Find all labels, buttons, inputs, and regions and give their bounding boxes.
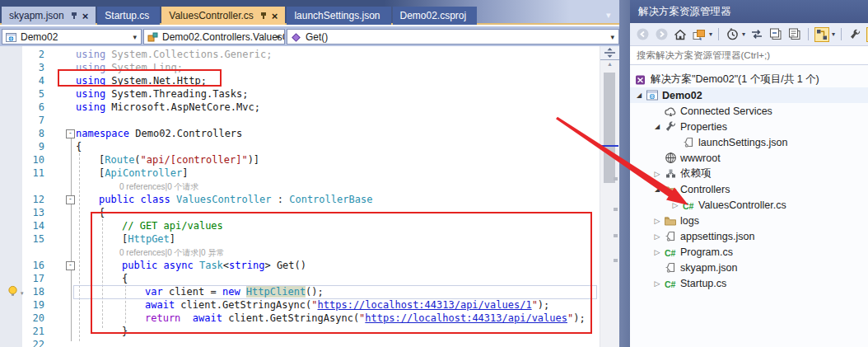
toolbar-separator bbox=[841, 28, 842, 40]
solution-icon bbox=[633, 73, 648, 87]
codelens-text[interactable]: 0 references|0 个请求 bbox=[119, 181, 199, 193]
fold-collapse-icon[interactable]: - bbox=[66, 261, 75, 270]
pin-icon[interactable] bbox=[71, 12, 78, 21]
pin-icon[interactable] bbox=[260, 12, 268, 21]
expander-icon[interactable]: ▷ bbox=[651, 232, 663, 241]
scrollbar-thumb[interactable] bbox=[604, 73, 615, 183]
collapse-all-icon[interactable] bbox=[768, 27, 783, 42]
chevron-down-icon: ▾ bbox=[610, 33, 614, 41]
code-token: Microsoft.AspNetCore.Mvc; bbox=[105, 101, 260, 113]
csharp-icon: C# bbox=[681, 199, 696, 212]
line-number: 17 bbox=[0, 272, 44, 285]
line-number: 12 bbox=[0, 193, 44, 206]
code-text: [Route("api/[controller]")] bbox=[99, 153, 259, 166]
back-icon[interactable] bbox=[635, 27, 650, 42]
code-line-8: 8-namespace Demo02.Controllers bbox=[0, 127, 600, 140]
tree-item-launchSettings.json[interactable]: launchSettings.json bbox=[630, 134, 868, 150]
tree-item-logs[interactable]: ▷logs bbox=[630, 213, 868, 228]
tree-item-label: appsettings.json bbox=[680, 231, 754, 242]
project-dropdown[interactable]: Demo02 ▾ bbox=[2, 29, 142, 45]
csharp-icon: C# bbox=[663, 277, 678, 290]
code-token: ValuesController bbox=[176, 194, 272, 205]
code-token: using bbox=[76, 101, 105, 113]
expander-icon[interactable]: ▷ bbox=[651, 217, 663, 225]
panel-splitter[interactable] bbox=[619, 0, 630, 347]
scroll-up-arrow-icon[interactable]: ▲ bbox=[600, 61, 619, 67]
tree-item-ValuesController.cs[interactable]: ▷C#ValuesController.cs bbox=[630, 197, 868, 213]
code-text: [ApiController] bbox=[99, 166, 188, 180]
expander-icon[interactable]: ◢ bbox=[651, 123, 663, 130]
show-all-files-icon[interactable] bbox=[787, 27, 802, 42]
expander-icon[interactable]: ▷ bbox=[651, 170, 663, 178]
code-token: ApiController bbox=[105, 167, 182, 179]
line-number: 19 bbox=[0, 298, 44, 312]
tree-item-wwwroot[interactable]: wwwroot bbox=[630, 150, 868, 166]
fold-collapse-icon[interactable]: - bbox=[66, 129, 75, 138]
sync-icon[interactable] bbox=[749, 27, 764, 42]
chevron-down-icon[interactable]: ▾ bbox=[832, 30, 835, 38]
visual-studio-window: skyapm.json×Startup.csValuesController.c… bbox=[0, 0, 868, 347]
deps-icon bbox=[663, 167, 678, 181]
tree-item-Demo02[interactable]: ◢Demo02 bbox=[630, 87, 868, 103]
expander-icon[interactable]: ▷ bbox=[651, 248, 663, 256]
tree-item-label: Connected Services bbox=[680, 106, 772, 117]
tab-skyapm.json[interactable]: skyapm.json× bbox=[2, 7, 96, 25]
tab-launchSettings.json[interactable]: launchSettings.json bbox=[287, 7, 390, 25]
tree-item-appsettings.json[interactable]: ▷appsettings.json bbox=[630, 228, 868, 244]
tree-item-Program.cs[interactable]: ▷C#Program.cs bbox=[630, 244, 868, 260]
method-icon bbox=[291, 32, 302, 42]
home-icon[interactable] bbox=[673, 27, 688, 42]
tree-item-依赖项[interactable]: ▷依赖项 bbox=[630, 166, 868, 181]
solution-explorer-search[interactable] bbox=[630, 46, 868, 65]
tree-item-Properties[interactable]: ◢Properties bbox=[630, 119, 868, 134]
tree-item-Controllers[interactable]: ◢Controllers bbox=[630, 181, 868, 197]
project-icon bbox=[645, 89, 660, 102]
lightbulb-icon[interactable]: ▾ bbox=[7, 285, 20, 300]
chevron-down-icon[interactable]: ▾ bbox=[742, 30, 745, 38]
expander-icon[interactable]: ◢ bbox=[651, 185, 663, 193]
solution-explorer-panel: 解决方案资源管理器 ▾ ▾ ▾ bbox=[630, 0, 868, 347]
line-number: 6 bbox=[0, 101, 44, 114]
switch-views-icon[interactable] bbox=[692, 27, 707, 42]
code-editor[interactable]: 2using System.Collections.Generic;3using… bbox=[0, 46, 619, 347]
tab-Startup.cs[interactable]: Startup.cs bbox=[97, 7, 160, 25]
tab-label: launchSettings.json bbox=[294, 10, 380, 21]
sync-with-active-document-icon[interactable] bbox=[814, 27, 829, 42]
expander-icon[interactable]: ▷ bbox=[651, 279, 663, 288]
folder-icon bbox=[663, 214, 678, 227]
expander-icon[interactable]: ◢ bbox=[633, 91, 645, 99]
chevron-down-icon: ▾ bbox=[133, 33, 137, 41]
tree-item-Startup.cs[interactable]: ▷C#Startup.cs bbox=[630, 275, 868, 291]
project-dropdown-label: Demo02 bbox=[21, 31, 141, 43]
solution-explorer-title: 解决方案资源管理器 bbox=[630, 0, 868, 23]
line-number: 14 bbox=[0, 219, 44, 232]
tree-item-label: Demo02 bbox=[662, 90, 702, 101]
tree-item-Connected Services[interactable]: Connected Services bbox=[630, 103, 868, 119]
expander-icon[interactable]: ▷ bbox=[670, 201, 681, 209]
split-window-handle[interactable] bbox=[600, 46, 619, 60]
close-icon[interactable]: × bbox=[272, 11, 278, 21]
tree-item-label: wwwroot bbox=[680, 152, 721, 164]
member-dropdown[interactable]: Get() ▾ bbox=[287, 29, 619, 45]
tree-item-skyapm.json[interactable]: skyapm.json bbox=[630, 260, 868, 275]
properties-wrench-icon[interactable] bbox=[847, 27, 862, 42]
code-line-10: 10[Route("api/[controller]")] bbox=[0, 153, 600, 166]
search-input[interactable] bbox=[630, 46, 868, 64]
tab-Demo02.csproj[interactable]: Demo02.csproj bbox=[393, 7, 478, 25]
code-text: using System.Threading.Tasks; bbox=[76, 87, 249, 101]
close-icon[interactable]: × bbox=[82, 11, 89, 21]
line-number: 8 bbox=[0, 127, 44, 140]
forward-icon[interactable] bbox=[654, 27, 669, 42]
pending-changes-filter-icon[interactable] bbox=[725, 27, 740, 42]
scrollbar-caret-marker bbox=[601, 145, 618, 147]
solution-tree: 解决方案"Demo02"(1 个项目/共 1 个)◢Demo02Connecte… bbox=[630, 63, 868, 347]
tree-item-label: 解决方案"Demo02"(1 个项目/共 1 个) bbox=[651, 73, 819, 87]
tab-overflow-chevron-icon[interactable]: ▾ bbox=[606, 10, 611, 21]
tree-item-解决方案"Demo02"(1 个项目/共 1 个)[interactable]: 解决方案"Demo02"(1 个项目/共 1 个) bbox=[630, 72, 868, 87]
editor-scrollbar[interactable]: ▲ bbox=[600, 46, 619, 347]
tab-label: skyapm.json bbox=[9, 10, 64, 21]
class-dropdown[interactable]: Demo02.Controllers.ValuesController ▾ bbox=[143, 29, 285, 45]
chevron-down-icon[interactable]: ▾ bbox=[709, 30, 712, 38]
tab-ValuesController.cs[interactable]: ValuesController.cs× bbox=[161, 7, 285, 25]
fold-collapse-icon[interactable]: - bbox=[66, 195, 75, 204]
